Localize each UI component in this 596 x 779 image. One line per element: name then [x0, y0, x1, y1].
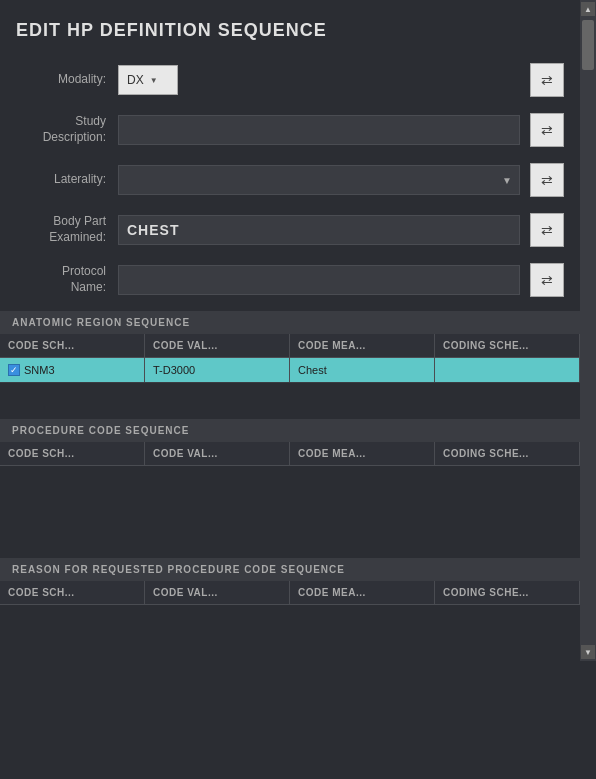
table-cell-coding: [435, 358, 580, 382]
reason-col-3: CODE MEA...: [290, 581, 435, 604]
procedure-code-table-body: [0, 466, 580, 550]
swap-icon-5: ⇄: [541, 272, 553, 288]
empty-row-5: [0, 605, 580, 633]
reason-col-2: CODE VAL...: [145, 581, 290, 604]
procedure-col-1: CODE SCH...: [0, 442, 145, 465]
anatomic-region-header: ANATOMIC REGION SEQUENCE: [0, 311, 580, 334]
study-description-row: StudyDescription: ⇄: [0, 107, 580, 153]
procedure-col-4: CODING SCHE...: [435, 442, 580, 465]
procedure-code-table-header: CODE SCH... CODE VAL... CODE MEA... CODI…: [0, 442, 580, 466]
procedure-code-section: PROCEDURE CODE SEQUENCE CODE SCH... CODE…: [0, 419, 580, 550]
reason-col-4: CODING SCHE...: [435, 581, 580, 604]
swap-icon: ⇄: [541, 72, 553, 88]
anatomic-col-1: CODE SCH...: [0, 334, 145, 357]
laterality-select[interactable]: [118, 165, 520, 195]
laterality-select-wrapper: ▼: [118, 165, 520, 195]
empty-row-2: [0, 466, 580, 494]
anatomic-region-section: ANATOMIC REGION SEQUENCE CODE SCH... COD…: [0, 311, 580, 411]
row-checkbox-icon[interactable]: [8, 364, 20, 376]
body-part-label: Body PartExamined:: [16, 214, 106, 245]
protocol-name-row: ProtocolName: ⇄: [0, 257, 580, 303]
page-title: EDIT HP DEFINITION SEQUENCE: [0, 0, 580, 57]
study-description-input[interactable]: [118, 115, 520, 145]
scrollbar-down-button[interactable]: ▼: [581, 645, 595, 659]
body-part-row: Body PartExamined: ⇄: [0, 207, 580, 253]
reason-col-1: CODE SCH...: [0, 581, 145, 604]
empty-row-1: [0, 383, 580, 411]
body-part-input[interactable]: [118, 215, 520, 245]
empty-row-6: [0, 633, 580, 661]
chevron-down-icon: ▼: [150, 76, 158, 85]
swap-icon-3: ⇄: [541, 172, 553, 188]
scrollbar-track: [581, 16, 595, 645]
reason-section: REASON FOR REQUESTED PROCEDURE CODE SEQU…: [0, 558, 580, 661]
scrollbar[interactable]: ▲ ▼: [580, 0, 596, 661]
modality-swap-button[interactable]: ⇄: [530, 63, 564, 97]
swap-icon-4: ⇄: [541, 222, 553, 238]
anatomic-col-2: CODE VAL...: [145, 334, 290, 357]
empty-row-4: [0, 522, 580, 550]
procedure-code-header: PROCEDURE CODE SEQUENCE: [0, 419, 580, 442]
scrollbar-up-button[interactable]: ▲: [581, 2, 595, 16]
body-part-swap-button[interactable]: ⇄: [530, 213, 564, 247]
modality-row: Modality: DX ▼ ⇄: [0, 57, 580, 103]
anatomic-region-table-header: CODE SCH... CODE VAL... CODE MEA... CODI…: [0, 334, 580, 358]
table-cell-value: T-D3000: [145, 358, 290, 382]
laterality-label: Laterality:: [16, 172, 106, 188]
empty-row-3: [0, 494, 580, 522]
protocol-name-input[interactable]: [118, 265, 520, 295]
cell-scheme-value: SNM3: [24, 364, 55, 376]
table-cell-meaning: Chest: [290, 358, 435, 382]
anatomic-region-table-body: SNM3 T-D3000 Chest: [0, 358, 580, 411]
reason-table-body: [0, 605, 580, 661]
study-description-label: StudyDescription:: [16, 114, 106, 145]
swap-icon-2: ⇄: [541, 122, 553, 138]
table-cell-scheme: SNM3: [0, 358, 145, 382]
laterality-row: Laterality: ▼ ⇄: [0, 157, 580, 203]
modality-value: DX: [127, 73, 144, 87]
table-row[interactable]: SNM3 T-D3000 Chest: [0, 358, 580, 383]
anatomic-col-4: CODING SCHE...: [435, 334, 580, 357]
reason-table-header: CODE SCH... CODE VAL... CODE MEA... CODI…: [0, 581, 580, 605]
protocol-name-swap-button[interactable]: ⇄: [530, 263, 564, 297]
reason-header: REASON FOR REQUESTED PROCEDURE CODE SEQU…: [0, 558, 580, 581]
scrollbar-handle[interactable]: [582, 20, 594, 70]
anatomic-col-3: CODE MEA...: [290, 334, 435, 357]
laterality-swap-button[interactable]: ⇄: [530, 163, 564, 197]
study-description-swap-button[interactable]: ⇄: [530, 113, 564, 147]
procedure-col-3: CODE MEA...: [290, 442, 435, 465]
procedure-col-2: CODE VAL...: [145, 442, 290, 465]
modality-label: Modality:: [16, 72, 106, 88]
protocol-name-label: ProtocolName:: [16, 264, 106, 295]
modality-dropdown[interactable]: DX ▼: [118, 65, 178, 95]
